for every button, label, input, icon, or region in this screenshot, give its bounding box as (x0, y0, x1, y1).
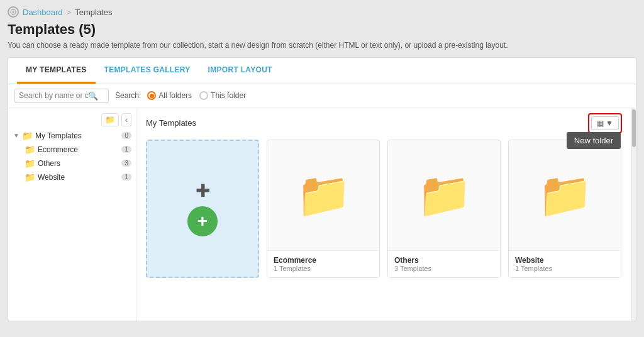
collapse-sidebar-button[interactable]: ‹ (121, 113, 131, 126)
card-name-ecommerce: Ecommerce (274, 256, 373, 265)
radio-all-label: All folders (158, 91, 192, 100)
tabs-bar: MY TEMPLATES TEMPLATES GALLERY IMPORT LA… (8, 58, 636, 84)
card-sub-ecommerce: 1 Templates (274, 265, 373, 272)
content-area: 📁 ‹ ▼ 📁 My Templates 0 📁 Ecommerce 1 (8, 108, 636, 321)
radio-this-folder[interactable]: This folder (199, 91, 246, 100)
root-count: 0 (121, 132, 131, 139)
others-big-folder-icon: 📁 (417, 173, 472, 217)
ecommerce-count: 1 (121, 146, 131, 153)
website-big-folder-icon: 📁 (538, 173, 592, 217)
new-folder-dropdown[interactable]: New folder (567, 132, 621, 149)
add-template-button[interactable]: + (187, 206, 218, 236)
template-card-others[interactable]: 📁 Others 3 Templates (387, 140, 501, 278)
website-label: Website (38, 173, 119, 182)
search-input-wrap[interactable]: 🔍 (14, 89, 109, 103)
svg-point-1 (13, 11, 14, 13)
others-count: 3 (121, 160, 131, 167)
ecommerce-big-folder-icon: 📁 (296, 173, 351, 217)
card-sub-others: 3 Templates (394, 265, 494, 272)
others-label: Others (38, 159, 119, 168)
template-grid: ✚ + 📁 Ecommerce 1 Templates (137, 137, 631, 287)
search-label: Search: (115, 91, 141, 100)
sidebar: 📁 ‹ ▼ 📁 My Templates 0 📁 Ecommerce 1 (8, 108, 137, 321)
radio-all-folders[interactable]: All folders (147, 91, 192, 100)
search-input[interactable] (19, 91, 88, 100)
dashboard-icon (8, 6, 19, 18)
search-icon[interactable]: 🔍 (88, 91, 98, 101)
add-folder-button[interactable]: 📁 (101, 113, 119, 126)
main-section-title: My Templates (146, 118, 196, 128)
move-icon: ✚ (196, 180, 210, 201)
card-footer-website: Website 1 Templates (509, 250, 621, 277)
others-folder-icon: 📁 (25, 158, 35, 168)
ecommerce-folder-icon: 📁 (25, 145, 35, 155)
sidebar-item-my-templates[interactable]: ▼ 📁 My Templates 0 (8, 129, 136, 143)
sidebar-children: 📁 Ecommerce 1 📁 Others 3 📁 Website 1 (8, 143, 136, 184)
search-bar: 🔍 Search: All folders This folder (8, 84, 636, 108)
scrollbar[interactable] (631, 108, 636, 321)
toolbar-right: ▦ ▼ New folder (588, 113, 622, 133)
breadcrumb-dashboard-link[interactable]: Dashboard (23, 8, 63, 17)
radio-this-circle (199, 91, 208, 100)
main-content: My Templates ▦ ▼ New folder (137, 108, 631, 321)
dropdown-wrap: ▦ ▼ New folder (588, 113, 622, 133)
new-template-card[interactable]: ✚ + (146, 140, 259, 278)
sidebar-item-others[interactable]: 📁 Others 3 (19, 157, 136, 170)
page-title: Templates (5) (8, 21, 636, 38)
card-body-others: 📁 (388, 140, 500, 250)
card-body-website: 📁 (509, 140, 621, 250)
template-card-website[interactable]: 📁 Website 1 Templates (508, 140, 621, 278)
ecommerce-label: Ecommerce (38, 145, 119, 154)
breadcrumb-current: Templates (75, 8, 112, 17)
website-folder-icon: 📁 (25, 172, 35, 182)
breadcrumb: Dashboard > Templates (8, 6, 636, 18)
scrollbar-thumb[interactable] (632, 109, 636, 147)
sidebar-toolbar: 📁 ‹ (8, 112, 136, 129)
breadcrumb-separator: > (67, 8, 72, 17)
card-name-website: Website (515, 256, 614, 265)
radio-this-label: This folder (211, 91, 246, 100)
page-description: You can choose a ready made template fro… (8, 40, 636, 51)
tab-my-templates[interactable]: MY TEMPLATES (17, 58, 96, 84)
main-content-header: My Templates ▦ ▼ New folder (137, 108, 631, 137)
tab-templates-gallery[interactable]: TEMPLATES GALLERY (96, 58, 199, 84)
radio-group: All folders This folder (147, 91, 246, 100)
card-body-ecommerce: 📁 (267, 140, 379, 250)
radio-all-circle (147, 91, 156, 100)
chevron-down-icon: ▼ (606, 119, 613, 128)
website-count: 1 (121, 174, 131, 180)
tree-toggle-icon: ▼ (13, 132, 19, 139)
card-sub-website: 1 Templates (515, 265, 614, 272)
grid-icon: ▦ (597, 119, 604, 128)
root-folder-icon: 📁 (22, 131, 33, 141)
sidebar-item-website[interactable]: 📁 Website 1 (19, 170, 136, 184)
tab-import-layout[interactable]: IMPORT LAYOUT (199, 58, 281, 84)
view-toggle-button[interactable]: ▦ ▼ (591, 116, 619, 130)
card-footer-ecommerce: Ecommerce 1 Templates (267, 250, 379, 277)
template-card-ecommerce[interactable]: 📁 Ecommerce 1 Templates (267, 140, 380, 278)
card-footer-others: Others 3 Templates (388, 250, 500, 277)
card-name-others: Others (394, 256, 494, 265)
sidebar-item-ecommerce[interactable]: 📁 Ecommerce 1 (19, 143, 136, 157)
main-card: MY TEMPLATES TEMPLATES GALLERY IMPORT LA… (8, 57, 636, 321)
root-label: My Templates (35, 131, 119, 140)
